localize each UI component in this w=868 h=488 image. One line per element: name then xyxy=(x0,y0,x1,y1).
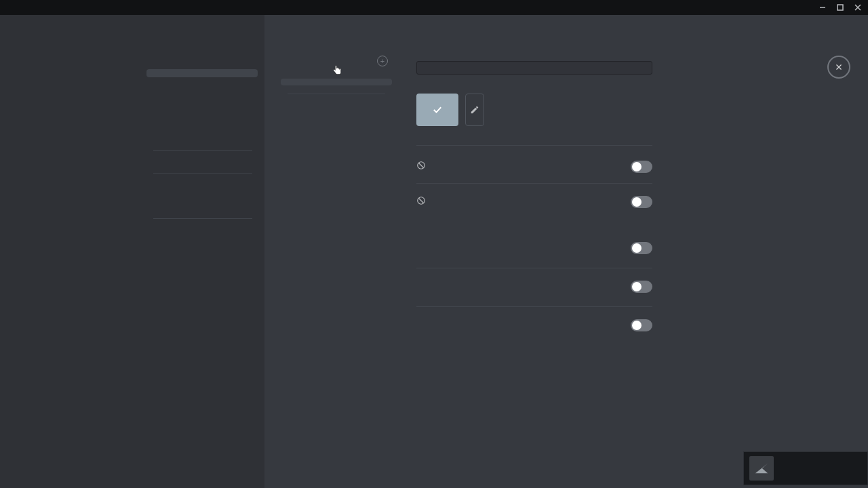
forbidden-icon xyxy=(416,195,426,209)
roles-list-column: + xyxy=(264,15,397,488)
setting-allow-mention xyxy=(416,195,620,209)
role-item-shieldx-manager[interactable] xyxy=(281,69,392,76)
window-minimize-button[interactable] xyxy=(814,0,831,15)
left-gutter xyxy=(0,15,146,488)
add-role-icon[interactable]: + xyxy=(377,56,388,66)
role-name-input[interactable] xyxy=(416,61,652,75)
sidebar-item-roles[interactable] xyxy=(146,69,258,77)
sidebar-item-invites[interactable] xyxy=(146,194,258,202)
window-close-button[interactable] xyxy=(849,0,867,15)
toggle-administrator[interactable] xyxy=(631,242,652,254)
svg-rect-0 xyxy=(837,5,843,10)
sidebar-item-members[interactable] xyxy=(146,184,258,192)
divider xyxy=(153,150,252,151)
notification-toast[interactable] xyxy=(743,451,868,485)
default-color-swatch[interactable] xyxy=(416,94,458,126)
sidebar-item-overview[interactable] xyxy=(146,60,258,68)
notification-thumbnail xyxy=(749,456,774,481)
role-editor xyxy=(397,15,868,488)
sidebar-item-moderation[interactable] xyxy=(146,88,258,96)
sidebar-item-audit-log[interactable] xyxy=(146,98,258,106)
forbidden-icon xyxy=(416,159,426,174)
sidebar-item-delete-server[interactable] xyxy=(146,226,258,234)
toggle-display-separately[interactable] xyxy=(631,161,652,173)
sidebar-item-webhooks[interactable] xyxy=(146,117,258,125)
sidebar-item-widget[interactable] xyxy=(146,126,258,134)
setting-display-separately xyxy=(416,159,620,174)
sidebar-item-server-template[interactable] xyxy=(146,136,258,144)
close-settings-button[interactable] xyxy=(827,56,850,79)
divider xyxy=(153,218,252,219)
toggle-allow-mention[interactable] xyxy=(631,196,652,208)
toggle-manage-server[interactable] xyxy=(631,319,652,331)
divider xyxy=(288,94,385,94)
settings-sidebar xyxy=(146,15,264,488)
divider xyxy=(153,173,252,174)
custom-color-picker[interactable] xyxy=(465,94,484,126)
window-maximize-button[interactable] xyxy=(831,0,849,15)
sidebar-item-server-boost[interactable] xyxy=(146,158,258,166)
sidebar-item-integrations[interactable] xyxy=(146,107,258,115)
toggle-view-audit-log[interactable] xyxy=(631,281,652,293)
role-item-everyone[interactable] xyxy=(281,79,392,85)
sidebar-item-bans[interactable] xyxy=(146,203,258,211)
divider xyxy=(416,145,652,146)
sidebar-item-emoji[interactable] xyxy=(146,79,258,87)
